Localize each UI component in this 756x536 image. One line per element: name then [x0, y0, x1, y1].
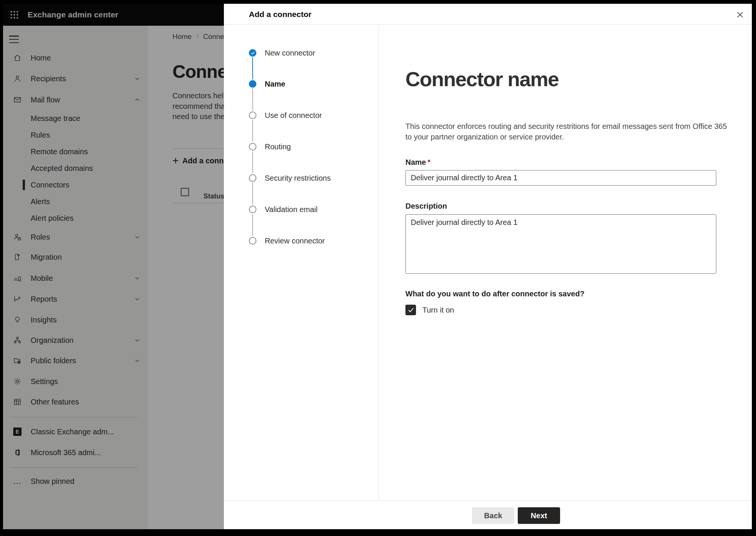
- after-save-question: What do you want to do after connector i…: [405, 290, 584, 298]
- turn-it-on-label: Turn it on: [422, 306, 454, 314]
- step-connector-line: [252, 88, 253, 110]
- step-circle: [249, 112, 256, 119]
- step-circle: [249, 237, 256, 245]
- step-circle: [249, 174, 256, 182]
- wizard-stepper: New connector Name Use of connector Rout…: [224, 25, 379, 500]
- dialog-title: Add a connector: [249, 4, 312, 25]
- required-asterisk: *: [427, 158, 430, 166]
- step-completed-check-icon: [249, 49, 256, 57]
- step-circle: [249, 143, 256, 150]
- dialog-body: New connector Name Use of connector Rout…: [224, 25, 752, 500]
- step-current-dot: [249, 80, 256, 88]
- checked-checkbox-icon[interactable]: [405, 305, 416, 315]
- step-connector-line: [252, 120, 253, 142]
- back-button[interactable]: Back: [472, 507, 514, 524]
- description-field-label: Description: [405, 202, 447, 211]
- step-circle: [249, 206, 256, 213]
- next-button[interactable]: Next: [518, 507, 560, 524]
- name-input[interactable]: [405, 170, 716, 186]
- connector-description-text: This connector enforces routing and secu…: [405, 121, 727, 142]
- turn-it-on-checkbox-row[interactable]: Turn it on: [405, 305, 454, 315]
- name-field-label: Name*: [405, 158, 430, 167]
- close-icon[interactable]: [734, 9, 746, 20]
- description-textarea[interactable]: Deliver journal directly to Area 1: [405, 214, 716, 274]
- dialog-header: Add a connector: [224, 4, 752, 25]
- step-connector-line: [252, 151, 253, 173]
- dialog-content: Connector name This connector enforces r…: [379, 25, 752, 500]
- step-connector-line: [252, 183, 253, 204]
- add-connector-dialog: Add a connector New connector Name: [224, 4, 752, 529]
- dialog-footer: Back Next: [224, 500, 752, 529]
- step-connector-line: [252, 57, 253, 79]
- connector-name-heading: Connector name: [405, 67, 559, 91]
- step-connector-line: [252, 214, 253, 236]
- screen: Exchange admin center Home Recipients Ma…: [3, 4, 752, 529]
